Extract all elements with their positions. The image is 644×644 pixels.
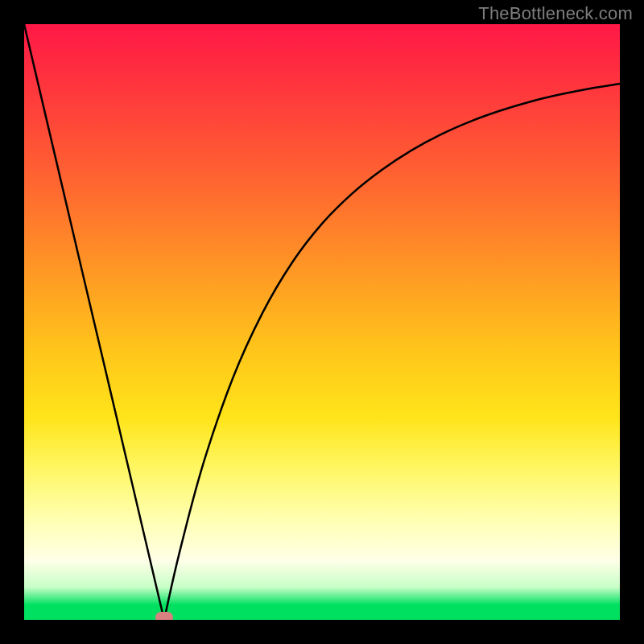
bottleneck-curve-right — [164, 84, 620, 620]
curve-svg — [24, 24, 620, 620]
optimal-point-marker — [155, 612, 173, 620]
chart-frame: TheBottleneck.com — [0, 0, 644, 644]
watermark-text: TheBottleneck.com — [478, 3, 633, 24]
bottleneck-curve-left — [24, 24, 164, 620]
plot-area — [24, 24, 620, 620]
